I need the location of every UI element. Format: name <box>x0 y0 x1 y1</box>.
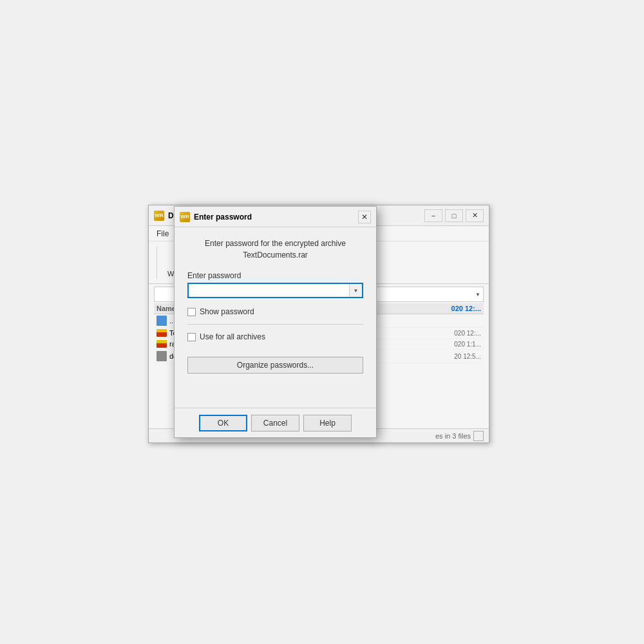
spacer <box>187 346 363 357</box>
rar-icon-1 <box>156 329 167 337</box>
dialog-message-line2: TextDocuments.rar <box>187 249 363 261</box>
cancel-button[interactable]: Cancel <box>251 415 299 431</box>
password-dropdown-button[interactable]: ▼ <box>349 284 362 297</box>
file-name-parent: .. <box>169 317 173 325</box>
dialog-title-text: Enter password <box>194 213 252 222</box>
file-date-2: 020 1:1... <box>454 341 481 348</box>
rar-icon-2 <box>156 340 167 348</box>
use-archives-row: Use for all archives <box>187 332 363 341</box>
menu-file[interactable]: File <box>151 228 174 240</box>
use-archives-checkbox[interactable] <box>187 333 196 341</box>
organize-passwords-button[interactable]: Organize passwords... <box>187 357 363 374</box>
parent-folder-icon <box>156 316 167 326</box>
minimize-button[interactable]: − <box>424 209 442 222</box>
file-icon-de <box>156 351 167 361</box>
file-date-1: 020 12:... <box>454 330 481 337</box>
dialog-message: Enter password for the encrypted archive… <box>187 238 363 261</box>
password-input-wrapper[interactable]: ▼ <box>187 283 363 298</box>
dialog-close-button[interactable]: ✕ <box>358 211 371 223</box>
ok-button[interactable]: OK <box>199 415 247 431</box>
password-input[interactable] <box>189 284 349 297</box>
winrar-app-icon: WR <box>154 211 164 221</box>
dialog-message-line1: Enter password for the encrypted archive <box>187 238 363 249</box>
password-label: Enter password <box>187 271 363 280</box>
separator-1 <box>187 324 363 325</box>
toolbar-separator-1 <box>156 247 157 279</box>
use-archives-label: Use for all archives <box>200 332 265 341</box>
show-password-label: Show password <box>200 307 254 316</box>
help-button[interactable]: Help <box>303 415 352 431</box>
show-password-row: Show password <box>187 307 363 316</box>
dialog-app-icon: WR <box>180 212 190 222</box>
enter-password-dialog: WR Enter password ✕ Enter password for t… <box>174 206 377 438</box>
statusbar-text: es in 3 files <box>435 432 471 440</box>
address-dropdown-icon[interactable]: ▼ <box>475 292 480 298</box>
show-password-checkbox[interactable] <box>187 308 196 316</box>
winrar-titlebar-controls: − □ ✕ <box>424 209 484 222</box>
statusbar-resize-grip <box>473 431 484 441</box>
dialog-footer: OK Cancel Help <box>175 408 376 437</box>
column-name: Name <box>156 305 176 312</box>
maximize-button[interactable]: □ <box>445 209 463 222</box>
file-date-3: 20 12:5... <box>454 353 481 360</box>
dialog-titlebar: WR Enter password ✕ <box>175 207 376 227</box>
dialog-title-left: WR Enter password <box>180 212 252 222</box>
close-button[interactable]: ✕ <box>466 209 484 222</box>
column-date-indicator: 020 12:... <box>451 305 481 312</box>
dialog-body: Enter password for the encrypted archive… <box>175 227 376 384</box>
